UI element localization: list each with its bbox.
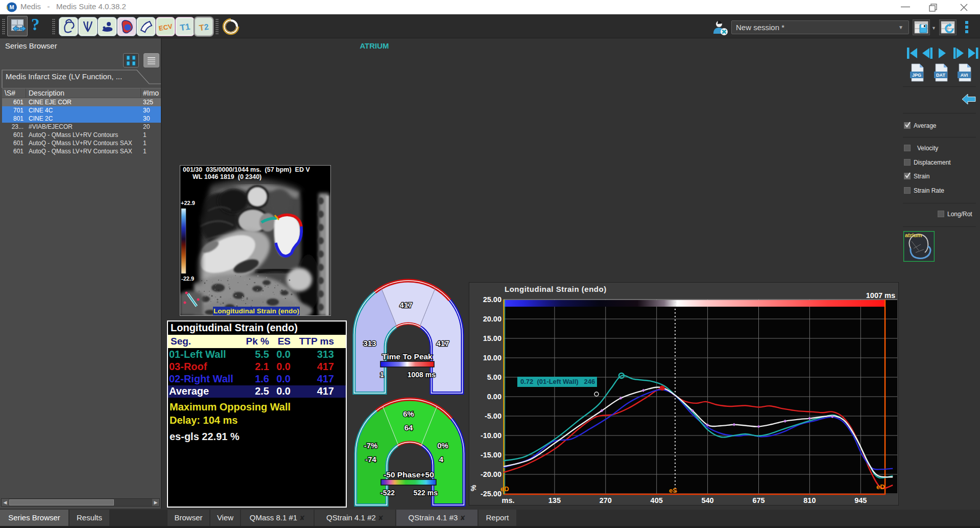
svg-text:Time To Peak: Time To Peak: [382, 352, 433, 361]
svg-text:-10.00: -10.00: [481, 431, 501, 440]
svg-text:540: 540: [701, 496, 713, 504]
svg-text:-522: -522: [380, 489, 395, 497]
svg-text:%: %: [469, 485, 477, 491]
svg-text:ms.: ms.: [502, 496, 515, 504]
svg-text:810: 810: [803, 496, 816, 504]
svg-text:-15.00: -15.00: [481, 451, 501, 459]
svg-text:417: 417: [436, 339, 449, 348]
svg-text:001/30 035/0000/1044 ms. (57: 001/30 035/0000/1044 ms. (57 bpm) ED V: [183, 166, 310, 173]
svg-text:Longitudinal Strain (endo): Longitudinal Strain (endo): [213, 307, 299, 315]
svg-text:20.00: 20.00: [483, 315, 501, 323]
svg-text:M: M: [9, 4, 14, 10]
svg-text:25.00: 25.00: [483, 295, 501, 304]
svg-text:DAT: DAT: [936, 73, 945, 78]
svg-text:WL 1046 1819 (0 2340): WL 1046 1819 (0 2340): [193, 173, 261, 180]
svg-text:1007 ms: 1007 ms: [866, 291, 895, 300]
svg-text:5.00: 5.00: [487, 373, 501, 381]
svg-text:522 ms: 522 ms: [414, 489, 438, 497]
svg-text:945: 945: [854, 496, 867, 504]
svg-text:1: 1: [380, 371, 384, 379]
svg-text:-7%: -7%: [364, 441, 378, 450]
svg-text:-20.00: -20.00: [481, 470, 501, 478]
svg-text:ECV: ECV: [158, 22, 173, 32]
svg-text:0%: 0%: [437, 441, 448, 450]
svg-text:T1: T1: [179, 22, 190, 33]
svg-text:+22.9: +22.9: [181, 200, 195, 206]
svg-text:eD: eD: [876, 483, 885, 491]
svg-text:10.00: 10.00: [483, 354, 501, 362]
svg-text:135: 135: [548, 496, 561, 504]
svg-text:64: 64: [404, 423, 413, 432]
svg-text:6%: 6%: [403, 409, 414, 418]
svg-text:-22.9: -22.9: [181, 276, 194, 282]
svg-text:atrium: atrium: [905, 232, 922, 238]
svg-text:4: 4: [439, 455, 444, 464]
svg-text:15.00: 15.00: [483, 334, 501, 342]
svg-text:313: 313: [363, 339, 376, 348]
svg-text:eS: eS: [669, 487, 677, 494]
svg-text:405: 405: [651, 496, 663, 504]
svg-text:1008 ms: 1008 ms: [408, 371, 436, 379]
svg-text:T2: T2: [199, 22, 209, 32]
svg-text:417: 417: [399, 301, 412, 309]
svg-text:JPG: JPG: [912, 73, 921, 78]
svg-text:-74: -74: [365, 455, 376, 464]
svg-text:eD: eD: [500, 485, 509, 493]
svg-text:Longitudinal Strain (endo): Longitudinal Strain (endo): [505, 285, 607, 293]
svg-text:-25.00: -25.00: [481, 490, 501, 498]
svg-text:0.00: 0.00: [487, 393, 501, 401]
svg-text:-5.00: -5.00: [485, 412, 501, 420]
svg-text:675: 675: [752, 496, 764, 504]
svg-text:0.72 (01-Left Wall) 246: 0.72 (01-Left Wall) 246: [520, 378, 595, 385]
svg-text:AVI: AVI: [961, 73, 968, 78]
svg-text:-50 Phase+50: -50 Phase+50: [384, 470, 434, 479]
svg-text:270: 270: [600, 496, 612, 504]
